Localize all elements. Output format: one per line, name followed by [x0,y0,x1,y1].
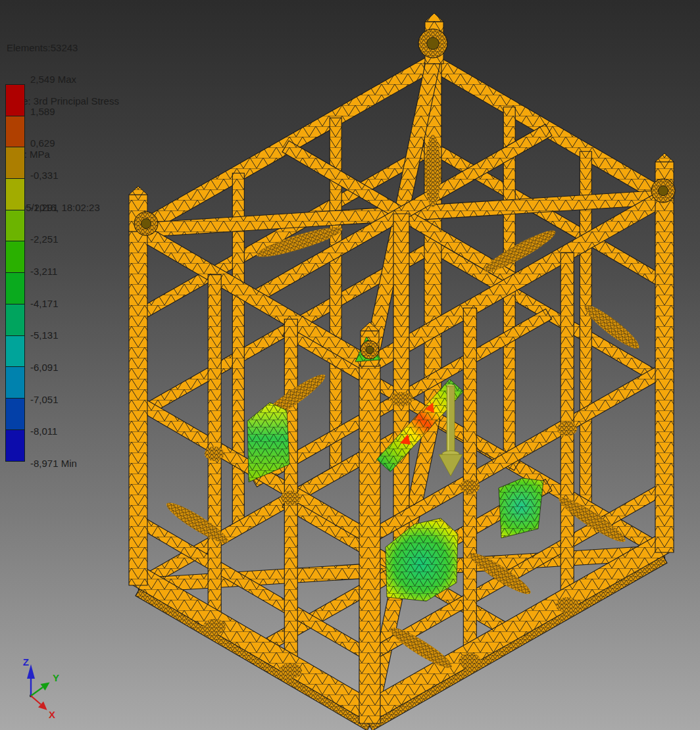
z-axis-label: Z [23,656,29,668]
z-axis-arrow: Z [23,656,35,696]
y-arrowhead [41,683,50,691]
y-axis-arrow: Y [31,672,59,696]
orientation-triad: Z Y X [0,0,700,730]
y-axis-label: Y [53,672,59,683]
x-axis-arrow: X [31,696,55,720]
x-axis-label: X [49,709,55,720]
viewport-3d[interactable]: Elements:53243 Type: 3rd Principal Stres… [0,0,700,730]
